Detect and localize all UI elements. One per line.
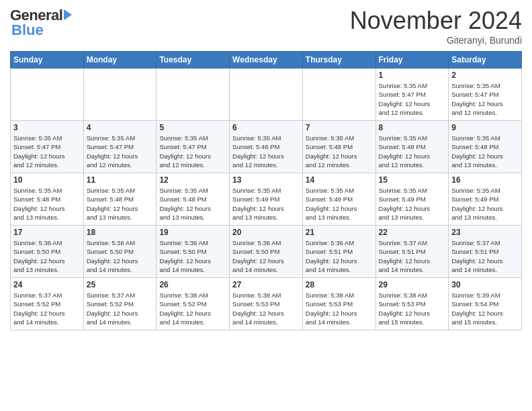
day-number: 11 [87,175,154,185]
calendar-table: SundayMondayTuesdayWednesdayThursdayFrid… [10,51,522,330]
calendar-cell: 7Sunrise: 5:35 AMSunset: 5:48 PMDaylight… [302,121,375,173]
day-info: Sunrise: 5:38 AMSunset: 5:53 PMDaylight:… [379,291,446,326]
day-number: 6 [232,123,300,132]
day-info: Sunrise: 5:36 AMSunset: 5:51 PMDaylight:… [306,238,373,274]
day-info: Sunrise: 5:35 AMSunset: 5:47 PMDaylight:… [159,134,226,169]
calendar-week-row: 10Sunrise: 5:35 AMSunset: 5:48 PMDayligh… [11,173,522,226]
calendar-cell: 6Sunrise: 5:35 AMSunset: 5:48 PMDaylight… [230,121,303,173]
day-number: 12 [159,175,226,185]
day-number: 23 [451,228,519,237]
calendar-cell: 5Sunrise: 5:35 AMSunset: 5:47 PMDaylight… [157,121,230,173]
calendar-cell: 15Sunrise: 5:35 AMSunset: 5:49 PMDayligh… [375,173,449,226]
day-number: 5 [159,123,226,132]
day-info: Sunrise: 5:35 AMSunset: 5:49 PMDaylight:… [379,186,446,222]
day-number: 28 [306,280,373,289]
day-info: Sunrise: 5:35 AMSunset: 5:47 PMDaylight:… [87,134,154,169]
calendar-cell [230,68,303,121]
calendar-cell: 16Sunrise: 5:35 AMSunset: 5:49 PMDayligh… [449,173,522,226]
location-text: Giteranyi, Burundi [350,35,522,46]
day-info: Sunrise: 5:37 AMSunset: 5:52 PMDaylight:… [13,291,81,326]
day-info: Sunrise: 5:35 AMSunset: 5:48 PMDaylight:… [13,186,81,222]
day-number: 26 [159,280,226,289]
calendar-cell: 9Sunrise: 5:35 AMSunset: 5:48 PMDaylight… [449,121,522,173]
day-number: 1 [379,71,446,80]
day-number: 8 [379,123,446,132]
calendar-cell: 28Sunrise: 5:38 AMSunset: 5:53 PMDayligh… [302,278,375,330]
calendar-cell [83,68,157,121]
calendar-cell: 17Sunrise: 5:36 AMSunset: 5:50 PMDayligh… [11,226,84,278]
calendar-cell: 12Sunrise: 5:35 AMSunset: 5:48 PMDayligh… [157,173,230,226]
calendar-cell: 26Sunrise: 5:38 AMSunset: 5:52 PMDayligh… [157,278,230,330]
day-number: 25 [87,280,154,289]
day-number: 24 [13,280,81,289]
day-number: 15 [379,175,446,185]
day-number: 21 [306,228,373,237]
day-number: 22 [379,228,446,237]
calendar-cell: 1Sunrise: 5:35 AMSunset: 5:47 PMDaylight… [375,68,449,121]
day-info: Sunrise: 5:35 AMSunset: 5:48 PMDaylight:… [87,186,154,222]
day-info: Sunrise: 5:39 AMSunset: 5:54 PMDaylight:… [451,291,519,326]
day-number: 18 [87,228,154,237]
calendar-cell: 8Sunrise: 5:35 AMSunset: 5:48 PMDaylight… [375,121,449,173]
day-info: Sunrise: 5:35 AMSunset: 5:49 PMDaylight:… [451,186,519,222]
day-info: Sunrise: 5:38 AMSunset: 5:53 PMDaylight:… [306,291,373,326]
day-number: 30 [451,280,519,289]
calendar-cell: 30Sunrise: 5:39 AMSunset: 5:54 PMDayligh… [449,278,522,330]
day-number: 27 [232,280,300,289]
calendar-cell: 19Sunrise: 5:36 AMSunset: 5:50 PMDayligh… [157,226,230,278]
day-number: 20 [232,228,300,237]
calendar-week-row: 1Sunrise: 5:35 AMSunset: 5:47 PMDaylight… [11,68,522,121]
day-info: Sunrise: 5:38 AMSunset: 5:52 PMDaylight:… [159,291,226,326]
day-number: 13 [232,175,300,185]
day-info: Sunrise: 5:35 AMSunset: 5:48 PMDaylight:… [232,134,300,169]
calendar-cell: 22Sunrise: 5:37 AMSunset: 5:51 PMDayligh… [375,226,449,278]
day-number: 3 [13,123,81,132]
day-info: Sunrise: 5:35 AMSunset: 5:47 PMDaylight:… [451,81,519,117]
weekday-header-sunday: Sunday [11,52,84,68]
calendar-cell: 14Sunrise: 5:35 AMSunset: 5:49 PMDayligh… [302,173,375,226]
calendar-week-row: 3Sunrise: 5:35 AMSunset: 5:47 PMDaylight… [11,121,522,173]
calendar-cell [11,68,84,121]
calendar-cell [302,68,375,121]
calendar-cell: 27Sunrise: 5:38 AMSunset: 5:53 PMDayligh… [230,278,303,330]
day-info: Sunrise: 5:35 AMSunset: 5:48 PMDaylight:… [451,134,519,169]
day-number: 9 [451,123,519,132]
day-info: Sunrise: 5:35 AMSunset: 5:49 PMDaylight:… [232,186,300,222]
day-info: Sunrise: 5:35 AMSunset: 5:49 PMDaylight:… [306,186,373,222]
calendar-cell: 13Sunrise: 5:35 AMSunset: 5:49 PMDayligh… [230,173,303,226]
page: General Blue November 2024 Giteranyi, Bu… [0,0,532,340]
day-info: Sunrise: 5:35 AMSunset: 5:47 PMDaylight:… [379,81,446,117]
calendar-cell: 25Sunrise: 5:37 AMSunset: 5:52 PMDayligh… [83,278,157,330]
calendar-week-row: 24Sunrise: 5:37 AMSunset: 5:52 PMDayligh… [11,278,522,330]
day-number: 16 [451,175,519,185]
month-title: November 2024 [350,7,522,35]
day-info: Sunrise: 5:36 AMSunset: 5:50 PMDaylight:… [159,238,226,274]
day-info: Sunrise: 5:38 AMSunset: 5:53 PMDaylight:… [232,291,300,326]
logo: General Blue [10,7,72,39]
calendar-cell: 11Sunrise: 5:35 AMSunset: 5:48 PMDayligh… [83,173,157,226]
calendar-cell [157,68,230,121]
day-info: Sunrise: 5:37 AMSunset: 5:51 PMDaylight:… [379,238,446,274]
day-info: Sunrise: 5:35 AMSunset: 5:47 PMDaylight:… [13,134,81,169]
day-number: 4 [87,123,154,132]
day-info: Sunrise: 5:36 AMSunset: 5:50 PMDaylight:… [13,238,81,274]
day-number: 29 [379,280,446,289]
day-info: Sunrise: 5:36 AMSunset: 5:50 PMDaylight:… [232,238,300,274]
calendar-cell: 29Sunrise: 5:38 AMSunset: 5:53 PMDayligh… [375,278,449,330]
calendar-cell: 18Sunrise: 5:36 AMSunset: 5:50 PMDayligh… [83,226,157,278]
day-number: 17 [13,228,81,237]
weekday-header-saturday: Saturday [449,52,522,68]
calendar-cell: 20Sunrise: 5:36 AMSunset: 5:50 PMDayligh… [230,226,303,278]
weekday-header-monday: Monday [83,52,157,68]
logo-arrow-icon [64,9,72,20]
weekday-header-thursday: Thursday [302,52,375,68]
calendar-cell: 2Sunrise: 5:35 AMSunset: 5:47 PMDaylight… [449,68,522,121]
weekday-header-tuesday: Tuesday [157,52,230,68]
day-number: 2 [451,71,519,80]
calendar-cell: 10Sunrise: 5:35 AMSunset: 5:48 PMDayligh… [11,173,84,226]
calendar-week-row: 17Sunrise: 5:36 AMSunset: 5:50 PMDayligh… [11,226,522,278]
calendar-cell: 23Sunrise: 5:37 AMSunset: 5:51 PMDayligh… [449,226,522,278]
day-info: Sunrise: 5:36 AMSunset: 5:50 PMDaylight:… [87,238,154,274]
header: General Blue November 2024 Giteranyi, Bu… [10,7,522,46]
calendar-cell: 24Sunrise: 5:37 AMSunset: 5:52 PMDayligh… [11,278,84,330]
